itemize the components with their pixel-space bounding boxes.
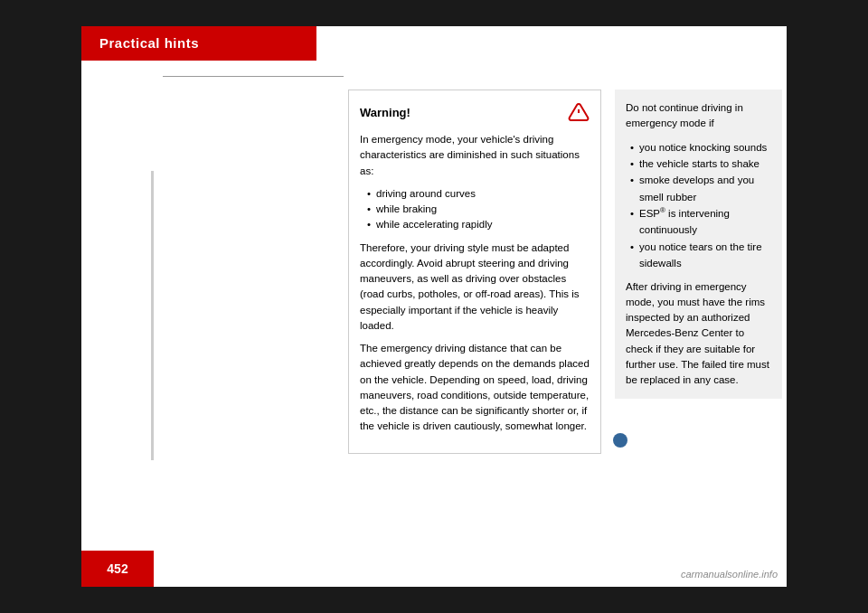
warning-bullets: driving around curves while braking whil… [367, 186, 590, 233]
page: Practical hints Warning! In emergency mo… [81, 26, 787, 587]
info-box: Do not continue driving in emergency mod… [615, 90, 782, 399]
warning-intro: In emergency mode, your vehicle's drivin… [360, 132, 590, 179]
blue-circle-indicator [613, 433, 627, 448]
warning-icon [568, 101, 590, 123]
page-title: Practical hints [99, 35, 199, 51]
warning-para1: Therefore, your driving style must be ad… [360, 240, 590, 335]
list-item: smoke develops and you smell rubber [630, 172, 771, 205]
info-intro: Do not continue driving in emergency mod… [626, 100, 771, 132]
list-item: while accelerating rapidly [367, 217, 590, 232]
list-item: ESP® is intervening continuously [630, 205, 771, 239]
warning-header: Warning! [360, 101, 590, 123]
info-after: After driving in emergency mode, you mus… [626, 279, 771, 389]
left-sidebar [81, 80, 163, 542]
list-item: while braking [367, 202, 590, 217]
page-number: 452 [107, 561, 127, 576]
watermark: carmanualsonline.info [681, 569, 778, 580]
list-item: you notice tears on the tire sidewalls [630, 239, 771, 272]
warning-box: Warning! In emergency mode, your vehicle… [348, 90, 601, 454]
vertical-line [151, 171, 154, 460]
list-item: you notice knocking sounds [630, 139, 771, 156]
list-item: the vehicle starts to shake [630, 156, 771, 172]
list-item: driving around curves [367, 186, 590, 202]
header-bar: Practical hints [81, 26, 316, 61]
warning-title: Warning! [360, 106, 410, 119]
page-number-box: 452 [81, 551, 154, 587]
warning-para2: The emergency driving distance that can … [360, 341, 590, 435]
info-bullets: you notice knocking sounds the vehicle s… [630, 139, 771, 272]
